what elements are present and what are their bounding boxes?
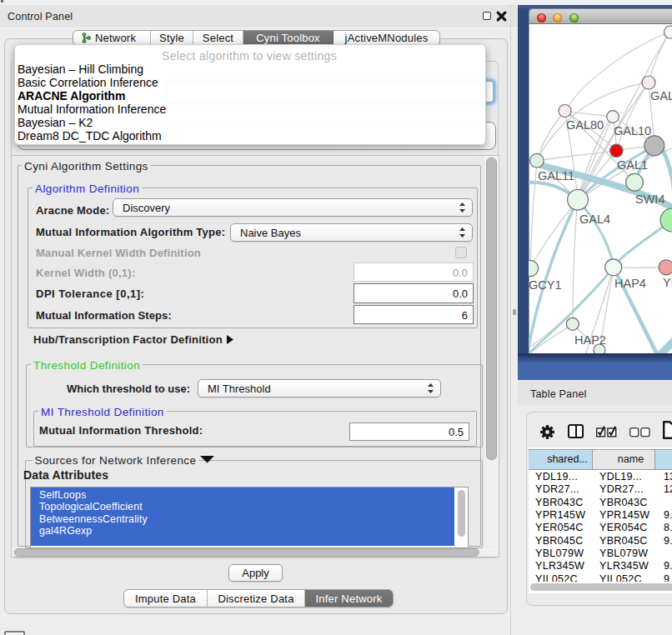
svg-text:HAP2: HAP2 xyxy=(574,333,606,347)
svg-text:HAP4: HAP4 xyxy=(614,277,646,290)
svg-text:YEL: YEL xyxy=(663,276,672,289)
svg-text:GAL10: GAL10 xyxy=(614,124,651,138)
svg-text:SWI4: SWI4 xyxy=(635,192,664,206)
svg-text:GAL1: GAL1 xyxy=(617,158,648,172)
svg-text:GAL7: GAL7 xyxy=(650,89,672,102)
svg-text:GCY1: GCY1 xyxy=(529,278,562,292)
svg-text:GAL4: GAL4 xyxy=(579,212,610,226)
svg-text:GAL11: GAL11 xyxy=(538,169,574,182)
svg-text:GAL80: GAL80 xyxy=(566,118,604,132)
